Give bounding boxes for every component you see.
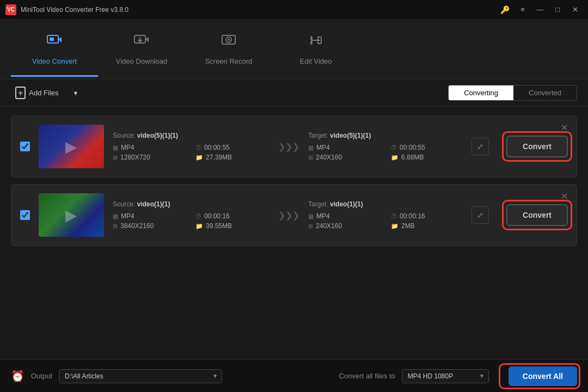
tab-edit-video[interactable]: Edit Video xyxy=(272,22,359,77)
add-files-dropdown[interactable]: ▼ xyxy=(70,88,82,99)
convert-all-format-wrap: ▼ xyxy=(402,369,489,383)
resolution-icon-2: ⊞ xyxy=(113,223,118,230)
tab-video-convert[interactable]: Video Convert xyxy=(11,22,98,77)
convert-all-format-input[interactable] xyxy=(402,369,489,383)
tab-screen-record[interactable]: Screen Record xyxy=(185,22,272,77)
file-card-1-info: Source: video(5)(1)(1) ▦ MP4 ⏱ 00:00:55 … xyxy=(113,132,489,161)
source-resolution-1: ⊞ 1280X720 xyxy=(113,154,187,161)
output-label: Output xyxy=(31,372,52,380)
title-bar-left: VC MiniTool Video Converter Free v3.8.0 xyxy=(5,4,128,15)
size-icon-2: 📁 xyxy=(195,223,203,230)
add-files-icon: + xyxy=(15,87,26,99)
target-meta-1: ▦ MP4 ⏱ 00:00:55 ⊞ 240X160 📁 6.88MB xyxy=(308,144,465,161)
thumb-1-overlay: ▶ xyxy=(39,125,104,168)
nav-bar: Video Convert Video Download Screen Reco… xyxy=(0,20,588,79)
title-bar: VC MiniTool Video Converter Free v3.8.0 … xyxy=(0,0,588,20)
target-format-icon-1: ▦ xyxy=(308,144,314,151)
source-format-2: ▦ MP4 xyxy=(113,212,187,220)
tab-edit-video-label: Edit Video xyxy=(299,57,332,65)
convert-button-2[interactable]: Convert xyxy=(506,204,568,226)
output-path-wrap: ▼ xyxy=(59,369,222,383)
source-label-2: Source: video(1)(1) xyxy=(113,200,270,208)
source-size-1: 📁 27.39MB xyxy=(195,154,270,161)
tab-video-convert-label: Video Convert xyxy=(32,57,77,65)
target-duration-icon-2: ⏱ xyxy=(391,213,397,219)
thumb-2-overlay: ▶ xyxy=(39,193,104,237)
target-label-1: Target: video(5)(1)(1) xyxy=(308,132,465,139)
convert-btn-wrap-1: Convert xyxy=(506,136,568,157)
target-size-icon-1: 📁 xyxy=(391,154,399,161)
output-path-input[interactable] xyxy=(59,369,222,383)
target-size-1: 📁 6.88MB xyxy=(391,154,465,161)
duration-icon-1: ⏱ xyxy=(195,144,201,151)
convert-all-button[interactable]: Convert All xyxy=(509,366,577,386)
title-bar-controls: 🔑 ≡ — □ ✕ xyxy=(500,3,583,16)
tab-video-download-label: Video Download xyxy=(116,57,167,65)
target-format-1: ▦ MP4 xyxy=(308,144,382,151)
screen-record-icon xyxy=(220,32,237,53)
file-card-1-thumbnail: ▶ xyxy=(39,125,104,168)
source-duration-1: ⏱ 00:00:55 xyxy=(195,144,270,151)
app-logo: VC xyxy=(5,4,16,15)
target-duration-2: ⏱ 00:00:16 xyxy=(391,212,465,220)
file-card-1-close[interactable]: ✕ xyxy=(558,121,571,134)
duration-icon-2: ⏱ xyxy=(195,213,201,219)
minimize-button[interactable]: — xyxy=(532,3,548,16)
file-card-2-target: Target: video(1)(1) ▦ MP4 ⏱ 00:00:16 ⊞ 2… xyxy=(308,200,465,230)
target-meta-2: ▦ MP4 ⏱ 00:00:16 ⊞ 240X160 📁 2MB xyxy=(308,212,465,230)
add-files-button[interactable]: + Add Files xyxy=(11,84,63,101)
file-card-1-source: Source: video(5)(1)(1) ▦ MP4 ⏱ 00:00:55 … xyxy=(113,132,270,161)
convert-button-1[interactable]: Convert xyxy=(506,136,568,157)
target-resolution-1: ⊞ 240X160 xyxy=(308,154,382,161)
target-size-2: 📁 2MB xyxy=(391,222,465,230)
tab-screen-record-label: Screen Record xyxy=(205,57,253,65)
tab-video-download[interactable]: Video Download xyxy=(98,22,185,77)
svg-rect-13 xyxy=(310,41,313,44)
close-button[interactable]: ✕ xyxy=(567,3,583,16)
source-label-1: Source: video(5)(1)(1) xyxy=(113,132,270,139)
output-clock-icon: ⏰ xyxy=(11,370,24,383)
file-card-2-thumbnail: ▶ xyxy=(39,193,104,237)
bottom-bar: ⏰ Output ▼ Convert all files to ▼ Conver… xyxy=(0,359,588,392)
arrows-2: ❯❯❯ xyxy=(270,210,308,220)
file-card-2: ✕ ▶ Source: video(1)(1) ▦ MP4 ⏱ 00:00:16 xyxy=(11,184,577,246)
size-icon-1: 📁 xyxy=(195,154,203,161)
source-size-2: 📁 39.55MB xyxy=(195,222,270,230)
converting-tab[interactable]: Converting xyxy=(449,85,513,100)
file-card-2-source: Source: video(1)(1) ▦ MP4 ⏱ 00:00:16 ⊞ 3… xyxy=(113,200,270,230)
menu-button[interactable]: ≡ xyxy=(515,3,530,16)
convert-all-btn-wrap: Convert All xyxy=(502,366,577,386)
source-meta-1: ▦ MP4 ⏱ 00:00:55 ⊞ 1280X720 📁 27.39MB xyxy=(113,144,270,161)
target-size-icon-2: 📁 xyxy=(391,223,399,230)
file-card-1: ✕ ▶ Source: video(5)(1)(1) ▦ MP4 ⏱ 00:00… xyxy=(11,115,577,177)
format-icon-1: ▦ xyxy=(113,144,118,151)
sub-toolbar: + Add Files ▼ Converting Converted xyxy=(0,79,588,107)
svg-rect-2 xyxy=(50,38,54,41)
main-content: ✕ ▶ Source: video(5)(1)(1) ▦ MP4 ⏱ 00:00… xyxy=(0,107,588,359)
file-card-1-checkbox[interactable] xyxy=(20,142,30,151)
maximize-button[interactable]: □ xyxy=(550,3,565,16)
resolution-icon-1: ⊞ xyxy=(113,154,118,161)
video-download-icon xyxy=(133,32,150,53)
source-duration-2: ⏱ 00:00:16 xyxy=(195,212,270,220)
target-label-2: Target: video(1)(1) xyxy=(308,200,465,208)
key-icon[interactable]: 🔑 xyxy=(500,5,510,14)
target-resolution-2: ⊞ 240X160 xyxy=(308,222,382,230)
file-card-2-checkbox[interactable] xyxy=(20,210,30,220)
converting-tabs: Converting Converted xyxy=(448,85,577,101)
convert-btn-wrap-2: Convert xyxy=(506,204,568,226)
target-format-icon-2: ▦ xyxy=(308,213,314,220)
convert-all-files-label: Convert all files to xyxy=(339,372,395,380)
target-duration-1: ⏱ 00:00:55 xyxy=(391,144,465,151)
source-format-1: ▦ MP4 xyxy=(113,144,187,151)
target-edit-btn-2[interactable]: ⤢ xyxy=(471,206,489,224)
target-edit-btn-1[interactable]: ⤢ xyxy=(471,138,489,155)
app-title: MiniTool Video Converter Free v3.8.0 xyxy=(21,6,128,14)
target-duration-icon-1: ⏱ xyxy=(391,144,397,151)
converted-tab[interactable]: Converted xyxy=(513,85,577,100)
target-resolution-icon-2: ⊞ xyxy=(308,223,313,230)
file-card-2-close[interactable]: ✕ xyxy=(558,190,571,203)
svg-rect-12 xyxy=(310,37,313,40)
video-convert-icon xyxy=(46,32,63,53)
source-resolution-2: ⊞ 3840X2160 xyxy=(113,222,187,230)
